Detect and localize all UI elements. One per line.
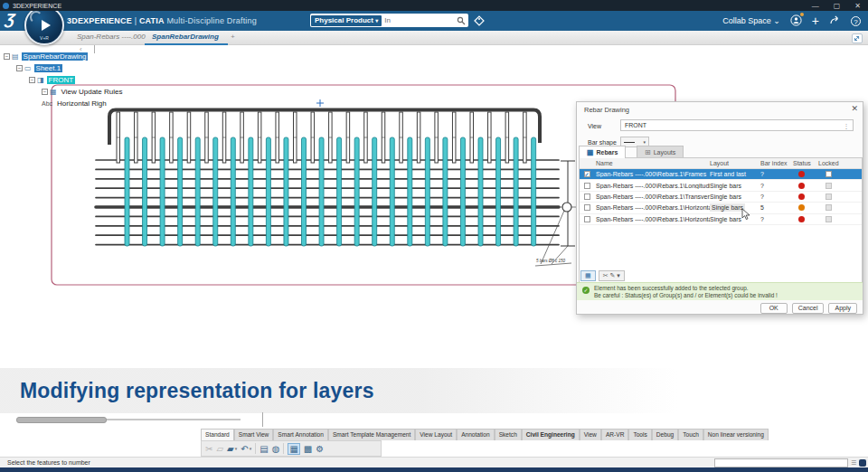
transverse-bar[interactable] (354, 137, 359, 246)
assistant-icon[interactable] (859, 459, 866, 467)
col-header-layout[interactable]: Layout (710, 160, 760, 166)
tab-span-rebars[interactable]: Span-Rebars ----.000 (77, 33, 146, 41)
search-icon[interactable] (457, 16, 466, 25)
locked-checkbox[interactable] (826, 194, 832, 200)
expand-panel-icon[interactable] (852, 33, 863, 43)
ribbon-tab-ar-vr[interactable]: AR-VR (601, 429, 629, 440)
table-row[interactable]: Span-Rebars ----.000\Rebars.1\Longitudin… (580, 180, 862, 191)
close-button[interactable]: ✕ (854, 2, 861, 10)
ribbon-tab-annotation[interactable]: Annotation (457, 429, 495, 440)
tab-span-rebar-drawing[interactable]: SpanRebarDrawing (152, 33, 219, 41)
tree-expander-icon[interactable]: − (42, 89, 48, 95)
video-progress-bar[interactable] (16, 418, 241, 421)
row-layout[interactable]: Single bars (710, 183, 741, 189)
transverse-bar[interactable] (178, 137, 183, 246)
transverse-bar[interactable] (249, 137, 253, 246)
view-options-icon[interactable]: ⋮ (842, 121, 851, 129)
apply-button[interactable]: Apply (828, 303, 857, 314)
search-box[interactable]: Physical Product ▾ (310, 14, 468, 27)
transverse-bar[interactable] (496, 137, 501, 246)
row-layout[interactable]: Single bars (710, 194, 741, 200)
ribbon-tab-sketch[interactable]: Sketch (495, 429, 522, 440)
tree-item-label[interactable]: FRONT (47, 76, 76, 84)
ribbon-tab-tools[interactable]: Tools (628, 429, 651, 440)
table-row[interactable]: Span-Rebars ----.000\Rebars.1\Horizontal… (580, 203, 862, 213)
transverse-bar[interactable] (373, 137, 377, 246)
collab-space-selector[interactable]: Collab Space ⌄ (722, 16, 780, 25)
table-row[interactable]: ✓Span-Rebars ----.000\Rebars.1\FramesFir… (580, 169, 862, 180)
tree-item[interactable]: −▤SpanRebarDrawing (4, 51, 124, 62)
new-tab-button[interactable]: + (231, 33, 235, 41)
dimension-node[interactable] (562, 203, 571, 212)
locked-checkbox[interactable] (826, 183, 832, 189)
tree-expander-icon[interactable]: − (4, 53, 10, 60)
tree-item[interactable]: −▭Sheet.1 (4, 62, 124, 74)
transverse-bar[interactable] (425, 137, 429, 246)
transverse-bar[interactable] (266, 137, 270, 246)
paste-icon[interactable]: ▰▾ (227, 444, 237, 454)
tree-item[interactable]: −◨FRONT (4, 74, 124, 86)
help-icon[interactable]: ? (851, 16, 861, 26)
dialog-close-icon[interactable]: ✕ (851, 104, 858, 113)
col-header-name[interactable]: Name (594, 160, 710, 166)
edit-tools-minitab[interactable]: ✂ ✎ ▾ (599, 270, 625, 281)
view-field[interactable]: FRONT ⋮ (620, 119, 854, 131)
col-header-bar-index[interactable]: Bar index (760, 160, 793, 166)
bending-schedule-icon[interactable]: ⚙ (316, 444, 324, 454)
search-input[interactable] (382, 16, 457, 24)
compass-icon[interactable]: V+R (24, 5, 64, 45)
top-frame-bar[interactable] (109, 110, 540, 146)
row-layout[interactable]: Single bars (710, 216, 741, 222)
transverse-bar[interactable] (337, 137, 342, 246)
row-layout[interactable]: First and last (710, 171, 746, 177)
tree-expander-icon[interactable]: − (16, 65, 23, 71)
undo-icon[interactable]: ↶▾ (241, 444, 251, 454)
table-row[interactable]: Span-Rebars ----.000\Rebars.1\Horizontal… (580, 214, 862, 225)
transverse-bar[interactable] (143, 137, 147, 246)
tree-expander-icon[interactable]: − (29, 77, 35, 83)
locked-checkbox[interactable] (826, 204, 832, 211)
tab-rebars[interactable]: ▦Rebars (579, 146, 626, 158)
row-checkbox[interactable] (584, 204, 590, 211)
command-input[interactable] (714, 458, 848, 467)
tree-item[interactable]: −▦View Update Rules (4, 86, 124, 98)
search-scope-chip[interactable]: Physical Product ▾ (311, 15, 382, 26)
transverse-bar[interactable] (284, 137, 288, 246)
transverse-bar[interactable] (408, 137, 412, 246)
ribbon-tab-view[interactable]: View (580, 429, 601, 440)
ribbon-tab-view-layout[interactable]: View Layout (415, 429, 457, 440)
transverse-bar[interactable] (160, 137, 165, 246)
row-checkbox[interactable] (584, 194, 590, 200)
tree-item[interactable]: AbcHorizontal Righ (4, 98, 124, 109)
ribbon-tab-smart-view[interactable]: Smart View (234, 429, 274, 440)
ribbon-tab-smart-annotation[interactable]: Smart Annotation (273, 429, 328, 440)
transverse-bar[interactable] (443, 137, 448, 246)
share-icon[interactable] (829, 14, 841, 27)
row-checkbox[interactable]: ✓ (584, 171, 590, 177)
col-header-locked[interactable]: Locked (818, 160, 858, 166)
rebar-numbering-icon[interactable]: ▦ (288, 443, 299, 455)
ribbon-tab-touch[interactable]: Touch (678, 429, 703, 440)
transverse-bar[interactable] (514, 137, 518, 246)
ribbon-tab-standard[interactable]: Standard (201, 429, 234, 440)
transverse-bar[interactable] (390, 137, 394, 246)
tag-icon[interactable] (473, 14, 486, 27)
tab-layouts[interactable]: ⊞Layouts (637, 146, 684, 158)
tree-item-label[interactable]: Sheet.1 (34, 64, 63, 72)
transverse-bar[interactable] (460, 137, 465, 246)
transverse-bar[interactable] (302, 137, 307, 246)
keyboard-icon[interactable]: ☰ (851, 459, 856, 467)
ribbon-tab-debug[interactable]: Debug (652, 429, 678, 440)
tree-item-label[interactable]: Horizontal Righ (55, 99, 108, 108)
web-report-icon[interactable]: ◍ (272, 444, 280, 454)
rebar-list-minitab[interactable]: ▦ (580, 270, 596, 281)
row-checkbox[interactable] (584, 183, 590, 189)
transverse-bar[interactable] (213, 137, 218, 246)
row-checkbox[interactable] (584, 216, 590, 222)
tree-item-label[interactable]: SpanRebarDrawing (22, 52, 89, 61)
transverse-bar[interactable] (478, 137, 483, 246)
transverse-bar[interactable] (231, 137, 235, 246)
user-icon[interactable] (790, 14, 802, 28)
cancel-button[interactable]: Cancel (792, 303, 825, 314)
rebar-grid-icon[interactable]: ▩ (304, 444, 312, 454)
